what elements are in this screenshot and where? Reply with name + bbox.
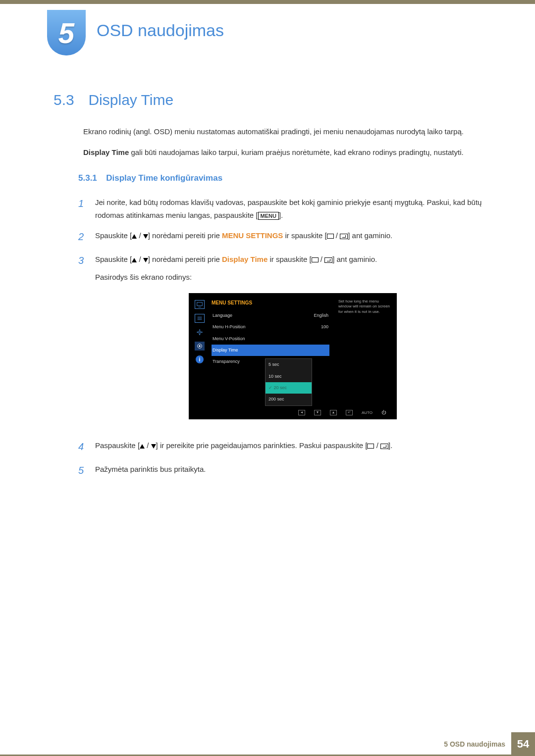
osd-main-panel: MENU SETTINGS Language English Menu H-Po… xyxy=(207,297,334,406)
osd-row-value: 100 xyxy=(321,323,328,331)
intro-p2: Display Time gali būti naudojamas laiko … xyxy=(83,146,490,159)
osd-row-label: Transparency xyxy=(213,358,240,365)
move-icon xyxy=(195,328,205,337)
osd-row-displaytime: Display Time xyxy=(212,345,329,356)
osd-popup: 5 sec 10 sec 20 sec 200 sec xyxy=(265,358,312,405)
up-arrow-icon xyxy=(140,444,145,449)
chapter-number: 5 xyxy=(58,16,74,50)
nav-left-icon: ◄ xyxy=(298,410,305,415)
intro-p2-rest: gali būti naudojamas laiko tarpui, kuria… xyxy=(129,148,463,156)
nav-auto-label: AUTO xyxy=(362,409,373,416)
page-content: 5.3 Display Time Ekrano rodinių (angl. O… xyxy=(54,92,490,486)
osd-option-selected: 20 sec xyxy=(266,382,312,394)
step-text: Spauskite [ / ] norėdami pereiti prie ME… xyxy=(95,228,490,245)
osd-row-label: Display Time xyxy=(213,347,238,354)
step-text: Spauskite [ / ] norėdami pereiti prie Di… xyxy=(95,252,490,431)
menu-button-label: MENU xyxy=(258,212,279,220)
svg-point-7 xyxy=(199,345,201,347)
gear-icon xyxy=(195,342,205,351)
step-2: 2 Spauskite [ / ] norėdami pereiti prie … xyxy=(78,228,490,245)
chapter-title: OSD naudojimas xyxy=(97,21,224,40)
nav-up-icon: ▲ xyxy=(330,410,337,415)
up-arrow-icon xyxy=(132,234,137,239)
intro-p1: Ekrano rodinių (angl. OSD) meniu nustato… xyxy=(83,125,490,138)
osd-row-label: Menu V-Position xyxy=(213,335,245,343)
svg-rect-5 xyxy=(199,331,201,333)
down-arrow-icon xyxy=(143,234,148,239)
text-fragment: Pasirodys šis ekrano rodinys: xyxy=(95,271,490,284)
step-number: 2 xyxy=(78,228,95,245)
steps-list: 1 Jei norite, kad būtų rodomas klavišų v… xyxy=(78,195,490,479)
osd-nav-bar: ◄ ▼ ▲ ↵ AUTO ⏻ xyxy=(193,406,393,418)
osd-option: 10 sec xyxy=(266,371,312,382)
return-icon xyxy=(380,444,388,449)
text-fragment: Spauskite [ xyxy=(95,255,132,263)
step-1: 1 Jei norite, kad būtų rodomas klavišų v… xyxy=(78,195,490,221)
osd-row-label: Menu H-Position xyxy=(213,323,246,331)
text-fragment: Paspauskite [ xyxy=(95,441,140,450)
text-fragment: ] ant gaminio. xyxy=(332,255,377,263)
footer-chapter-label: 5 OSD naudojimas xyxy=(444,740,505,748)
section-number: 5.3 xyxy=(54,92,86,108)
text-fragment: ] norėdami pereiti prie xyxy=(148,231,222,240)
return-icon xyxy=(340,234,348,239)
step-text: Jei norite, kad būtų rodomas klavišų vad… xyxy=(95,195,490,221)
osd-panel-title: MENU SETTINGS xyxy=(212,297,329,310)
osd-row-vposition: Menu V-Position xyxy=(212,333,329,345)
text-fragment: ir spauskite [ xyxy=(268,255,311,263)
step-number: 1 xyxy=(78,195,95,221)
top-accent-bar xyxy=(0,0,535,4)
step-text: Paspauskite [ / ] ir pereikite prie page… xyxy=(95,438,490,455)
list-icon xyxy=(195,314,205,323)
page-number: 54 xyxy=(511,732,535,756)
osd-row-language: Language English xyxy=(212,310,329,321)
osd-screenshot: i MENU SETTINGS Language English Menu H-… xyxy=(189,293,397,419)
subsection-header: 5.3.1 Display Time konfigūravimas xyxy=(78,173,490,183)
up-arrow-icon xyxy=(132,258,137,262)
intro-text: Ekrano rodinių (angl. OSD) meniu nustato… xyxy=(83,125,490,158)
down-arrow-icon xyxy=(151,444,156,449)
rect-icon xyxy=(367,444,374,449)
text-fragment: ] ant gaminio. xyxy=(348,231,392,240)
nav-power-icon: ⏻ xyxy=(381,409,386,416)
step-5: 5 Pažymėta parinktis bus pritaikyta. xyxy=(78,462,490,479)
step-number: 5 xyxy=(78,462,95,479)
step-number: 4 xyxy=(78,438,95,455)
step-3: 3 Spauskite [ / ] norėdami pereiti prie … xyxy=(78,252,490,431)
rect-icon xyxy=(312,257,319,262)
osd-sidebar: i xyxy=(193,297,207,406)
return-icon xyxy=(324,257,332,263)
text-fragment: ]. xyxy=(279,211,283,219)
osd-row-hposition: Menu H-Position 100 xyxy=(212,321,329,333)
subsection-title: Display Time konfigūravimas xyxy=(106,173,222,183)
text-fragment: ]. xyxy=(388,441,392,450)
menu-settings-highlight: MENU SETTINGS xyxy=(222,231,283,240)
osd-row-label: Language xyxy=(213,312,232,319)
display-time-term: Display Time xyxy=(83,148,129,156)
down-arrow-icon xyxy=(143,258,148,262)
rect-icon xyxy=(327,234,334,239)
nav-enter-icon: ↵ xyxy=(346,410,353,415)
page-footer: 5 OSD naudojimas 54 xyxy=(444,732,535,756)
osd-description: Set how long the menu window will remain… xyxy=(334,297,393,406)
text-fragment: Jei norite, kad būtų rodomas klavišų vad… xyxy=(95,198,482,219)
chapter-badge: 5 xyxy=(47,10,86,55)
step-text: Pažymėta parinktis bus pritaikyta. xyxy=(95,462,490,479)
display-time-highlight: Display Time xyxy=(222,255,268,263)
info-icon: i xyxy=(196,355,204,363)
text-fragment: ir spauskite [ xyxy=(283,231,326,240)
svg-rect-0 xyxy=(197,302,203,306)
monitor-icon xyxy=(195,300,205,309)
osd-row-value: English xyxy=(314,312,328,319)
text-fragment: ] ir pereikite prie pageidaujamos parink… xyxy=(156,441,368,450)
text-fragment: ] norėdami pereiti prie xyxy=(148,255,222,263)
section-title: Display Time xyxy=(88,92,173,108)
step-number: 3 xyxy=(78,252,95,431)
osd-option: 5 sec xyxy=(266,359,312,370)
osd-option: 200 sec xyxy=(266,394,312,405)
step-4: 4 Paspauskite [ / ] ir pereikite prie pa… xyxy=(78,438,490,455)
subsection-number: 5.3.1 xyxy=(78,173,97,183)
nav-down-icon: ▼ xyxy=(314,410,321,415)
text-fragment: Spauskite [ xyxy=(95,231,132,240)
